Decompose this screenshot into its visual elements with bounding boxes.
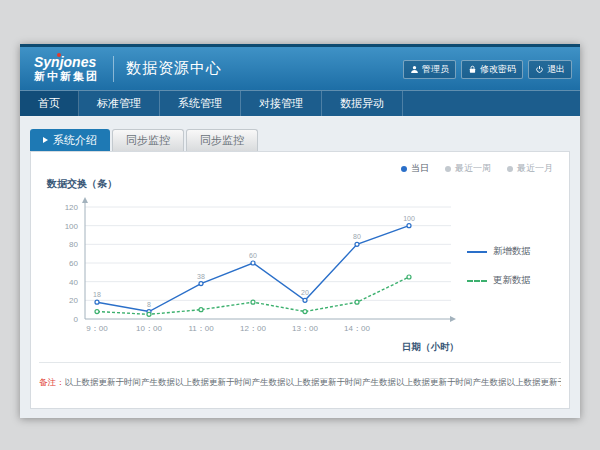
header-divider [113, 56, 114, 82]
last-week-dot-icon [445, 166, 451, 172]
svg-text:80: 80 [353, 233, 361, 240]
app-window: Synjones 新中新集团 数据资源中心 管理员 修改密码 退出 [20, 44, 580, 418]
series-legend: 新增数据 更新数据 [467, 245, 531, 287]
tab-bar: 系统介绍 同步监控 同步监控 [30, 129, 570, 151]
svg-text:80: 80 [69, 240, 78, 249]
power-icon [535, 65, 544, 74]
period-item-today[interactable]: 当日 [401, 162, 429, 175]
svg-text:10：00: 10：00 [136, 324, 162, 333]
nav-item-system-mgmt[interactable]: 系统管理 [160, 91, 241, 116]
y-axis-title: 数据交换（条） [47, 177, 561, 191]
period-today-label: 当日 [411, 162, 429, 175]
period-item-last-week[interactable]: 最近一周 [445, 162, 491, 175]
nav-item-standard-mgmt[interactable]: 标准管理 [79, 91, 160, 116]
svg-text:8: 8 [147, 301, 151, 308]
note-text: 以上数据更新于时间产生数据以上数据更新于时间产生数据以上数据更新于时间产生数据以… [65, 377, 562, 387]
period-item-last-month[interactable]: 最近一月 [507, 162, 553, 175]
green-line-sample-icon [467, 280, 487, 282]
change-password-label: 修改密码 [480, 63, 516, 76]
chart-column: 0204060801001209：0010：0011：0012：0013：001… [39, 193, 463, 354]
main-nav: 首页 标准管理 系统管理 对接管理 数据异动 [20, 90, 580, 116]
tab-sync-monitor-2[interactable]: 同步监控 [186, 129, 258, 151]
change-password-button[interactable]: 修改密码 [461, 60, 523, 79]
legend-item-updated-data: 更新数据 [467, 274, 531, 287]
svg-text:60: 60 [69, 259, 78, 268]
logout-label: 退出 [547, 63, 565, 76]
logo-text: Synjones [34, 55, 99, 70]
content-area: 系统介绍 同步监控 同步监控 当日 最近一周 [20, 117, 580, 418]
last-month-dot-icon [507, 166, 513, 172]
logout-button[interactable]: 退出 [528, 60, 572, 79]
svg-text:100: 100 [403, 215, 415, 222]
period-legend: 当日 最近一周 最近一月 [39, 162, 553, 175]
note: 备注：以上数据更新于时间产生数据以上数据更新于时间产生数据以上数据更新于时间产生… [39, 362, 561, 389]
legend-item-new-data: 新增数据 [467, 245, 531, 258]
period-last-week-label: 最近一周 [455, 162, 491, 175]
svg-text:11：00: 11：00 [188, 324, 214, 333]
tab-sync-monitor-1[interactable]: 同步监控 [112, 129, 184, 151]
app-title: 数据资源中心 [126, 59, 222, 78]
svg-text:40: 40 [69, 278, 78, 287]
nav-item-connect-mgmt[interactable]: 对接管理 [241, 91, 322, 116]
svg-text:60: 60 [249, 252, 257, 259]
svg-text:38: 38 [197, 273, 205, 280]
svg-text:14：00: 14：00 [344, 324, 370, 333]
logo-subtext: 新中新集团 [34, 70, 99, 82]
admin-user-button[interactable]: 管理员 [403, 60, 456, 79]
svg-text:120: 120 [65, 203, 79, 212]
svg-text:100: 100 [65, 222, 79, 231]
tab-system-intro-label: 系统介绍 [53, 130, 97, 151]
user-icon [410, 65, 419, 74]
app-header: Synjones 新中新集团 数据资源中心 管理员 修改密码 退出 [20, 44, 580, 90]
svg-text:12：00: 12：00 [240, 324, 266, 333]
company-logo: Synjones 新中新集团 [34, 55, 99, 82]
svg-text:13：00: 13：00 [292, 324, 318, 333]
chart-row: 0204060801001209：0010：0011：0012：0013：001… [39, 193, 561, 354]
chart-panel: 当日 最近一周 最近一月 数据交换（条） 0204060801001209：00… [30, 151, 570, 409]
admin-user-label: 管理员 [422, 63, 449, 76]
tab-system-intro[interactable]: 系统介绍 [30, 129, 110, 151]
today-dot-icon [401, 166, 407, 172]
lock-icon [468, 65, 477, 74]
legend-updated-data-label: 更新数据 [493, 274, 531, 287]
desktop-background: Synjones 新中新集团 数据资源中心 管理员 修改密码 退出 [0, 0, 600, 450]
svg-text:18: 18 [93, 291, 101, 298]
line-chart: 0204060801001209：0010：0011：0012：0013：001… [39, 193, 463, 343]
svg-text:9：00: 9：00 [86, 324, 108, 333]
svg-text:20: 20 [301, 289, 309, 296]
svg-text:0: 0 [74, 315, 79, 324]
nav-item-home[interactable]: 首页 [20, 91, 79, 116]
legend-new-data-label: 新增数据 [493, 245, 531, 258]
note-label: 备注： [39, 377, 65, 387]
svg-text:20: 20 [69, 296, 78, 305]
blue-line-sample-icon [467, 251, 487, 253]
user-area: 管理员 修改密码 退出 [403, 60, 572, 79]
logo-dot-icon [57, 53, 61, 57]
period-last-month-label: 最近一月 [517, 162, 553, 175]
tab-arrow-icon [43, 137, 48, 143]
nav-item-data-change[interactable]: 数据异动 [322, 91, 403, 116]
